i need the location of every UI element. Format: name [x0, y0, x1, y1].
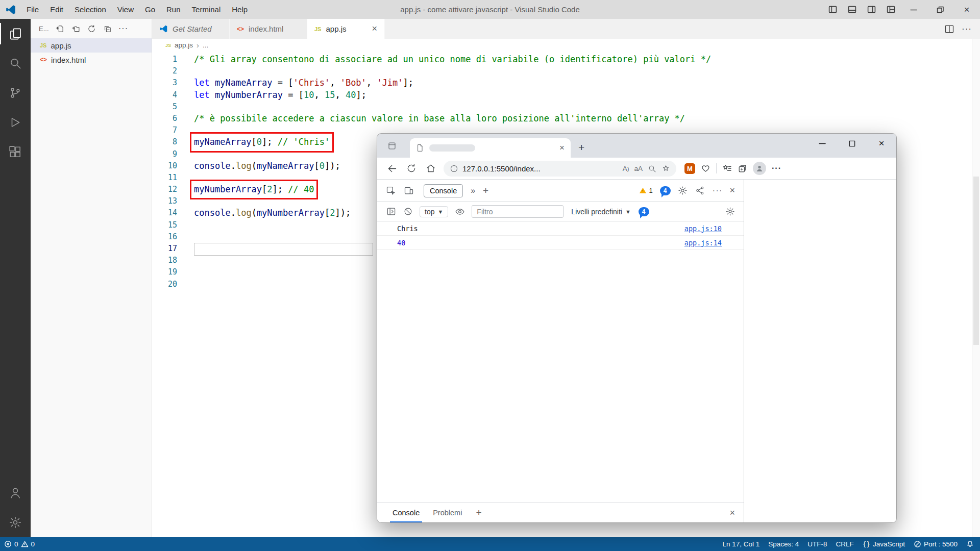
statusbar-language-mode[interactable]: {}JavaScript [863, 540, 905, 548]
tab-close-icon[interactable]: × [559, 143, 565, 153]
code-line-6[interactable]: 6/* è possibile accedere a ciascun valor… [152, 113, 972, 124]
statusbar-live-server-port[interactable]: Port : 5500 [914, 540, 958, 548]
console-sidebar-toggle-icon[interactable] [386, 207, 396, 217]
zoom-icon[interactable] [648, 164, 656, 173]
add-favorite-star-icon[interactable] [662, 164, 670, 173]
home-icon[interactable] [422, 160, 439, 177]
menu-terminal[interactable]: Terminal [186, 0, 227, 19]
drawer-close-icon[interactable]: × [729, 508, 735, 518]
browser-more-icon[interactable]: ··· [772, 164, 781, 173]
devtools-more-icon[interactable]: ··· [713, 186, 723, 196]
activitybar-extensions[interactable] [0, 137, 31, 167]
console-settings-gear-icon[interactable] [725, 207, 735, 217]
code-line-2[interactable]: 2 [152, 65, 972, 77]
statusbar-indentation[interactable]: Spaces: 4 [768, 540, 799, 548]
more-tabs-icon[interactable]: » [471, 186, 475, 195]
collapse-folders-icon[interactable] [103, 23, 113, 34]
favorites-icon[interactable] [722, 164, 732, 173]
statusbar-eol[interactable]: CRLF [836, 540, 854, 548]
breadcrumb-more[interactable]: ... [203, 41, 208, 49]
notifications-bell[interactable] [966, 540, 974, 548]
log-levels-dropdown[interactable]: Livelli predefiniti▼ [570, 207, 632, 217]
split-editor-icon[interactable] [944, 24, 954, 34]
explorer-file-app-js[interactable]: JSapp.js [31, 38, 152, 53]
new-file-icon[interactable] [55, 23, 65, 34]
code-line-3[interactable]: 3let myNameArray = ['Chris', 'Bob', 'Jim… [152, 77, 972, 89]
drawer-tab-problemi[interactable]: Problemi [426, 503, 469, 522]
issues-warning-badge[interactable]: 1 [639, 187, 653, 194]
page-viewport[interactable] [745, 180, 896, 522]
drawer-tab-console[interactable]: Console [386, 503, 426, 522]
console-filter-input[interactable] [472, 205, 564, 218]
activitybar-run-debug[interactable] [0, 108, 31, 137]
more-actions-icon[interactable]: ··· [118, 23, 129, 34]
live-expression-eye-icon[interactable] [455, 207, 465, 217]
new-tab-button[interactable]: + [578, 141, 584, 154]
toggle-panel-bottom-icon[interactable] [842, 0, 862, 19]
editor-more-actions-icon[interactable]: ··· [962, 24, 972, 34]
tab-close-icon[interactable]: × [366, 23, 377, 34]
messages-badge[interactable]: 4 [660, 186, 671, 195]
tab-app-js[interactable]: JSapp.js× [307, 19, 385, 39]
customize-layout-icon[interactable] [881, 0, 900, 19]
extension-m-icon[interactable]: M [684, 163, 695, 174]
tab-get-started[interactable]: Get Started [152, 19, 230, 39]
inspect-element-icon[interactable] [386, 186, 396, 196]
browser-close-button[interactable]: × [867, 134, 896, 153]
activitybar-account[interactable] [0, 478, 31, 508]
refresh-icon[interactable] [403, 160, 420, 177]
menu-help[interactable]: Help [226, 0, 253, 19]
browser-minimize-button[interactable] [807, 134, 837, 153]
refresh-icon[interactable] [87, 23, 97, 34]
toggle-panel-left-icon[interactable] [823, 0, 842, 19]
code-line-4[interactable]: 4let myNumberArray = [10, 15, 40]; [152, 89, 972, 101]
console-output[interactable]: Chrisapp.js:1040app.js:14 [377, 221, 744, 503]
menu-selection[interactable]: Selection [69, 0, 112, 19]
devtools-close-icon[interactable]: × [729, 185, 735, 196]
restore-button[interactable] [927, 0, 953, 19]
javascript-context-dropdown[interactable]: top▼ [420, 206, 448, 217]
browser-tab[interactable]: × [410, 138, 571, 158]
breadcrumb[interactable]: JS app.js › ... [152, 39, 980, 52]
statusbar-encoding[interactable]: UTF-8 [807, 540, 827, 548]
minimize-button[interactable] [900, 0, 927, 19]
menu-go[interactable]: Go [139, 0, 161, 19]
devtools-share-icon[interactable] [695, 186, 705, 196]
tab-index-html[interactable]: <>index.html [230, 19, 307, 39]
new-folder-icon[interactable] [71, 23, 81, 34]
menu-edit[interactable]: Edit [44, 0, 69, 19]
explorer-file-index-html[interactable]: <>index.html [31, 53, 152, 67]
site-info-icon[interactable] [450, 164, 458, 173]
clear-console-icon[interactable] [403, 207, 413, 217]
back-icon[interactable] [383, 160, 401, 177]
activitybar-search[interactable] [0, 48, 31, 78]
activitybar-settings[interactable] [0, 508, 31, 537]
browser-essentials-icon[interactable] [701, 164, 710, 173]
console-source-link[interactable]: app.js:14 [684, 239, 722, 247]
url-text[interactable]: 127.0.0.1:5500/index... [462, 164, 541, 173]
code-line-5[interactable]: 5 [152, 101, 972, 113]
close-button[interactable]: × [953, 0, 980, 19]
messages-badge[interactable]: 4 [639, 207, 649, 216]
console-source-link[interactable]: app.js:10 [684, 224, 722, 233]
activitybar-explorer[interactable] [0, 19, 31, 48]
drawer-add-tab-icon[interactable]: + [476, 507, 481, 518]
code-line-1[interactable]: 1/* Gli array consentono di associare ad… [152, 54, 972, 65]
read-aloud-icon[interactable]: A) [623, 165, 629, 172]
translate-icon[interactable]: aA [634, 165, 643, 172]
problems-indicator[interactable]: 0 0 [4, 540, 35, 548]
toggle-panel-right-icon[interactable] [862, 0, 881, 19]
device-toolbar-icon[interactable] [404, 186, 414, 196]
devtools-tab-console[interactable]: Console [424, 184, 463, 197]
add-tool-icon[interactable]: + [483, 185, 488, 196]
tab-actions-icon[interactable] [387, 141, 397, 151]
menu-run[interactable]: Run [161, 0, 186, 19]
menu-view[interactable]: View [112, 0, 139, 19]
collections-icon[interactable] [738, 164, 747, 173]
menu-file[interactable]: File [21, 0, 44, 19]
breadcrumb-file[interactable]: app.js [175, 41, 193, 49]
scrollbar-thumb[interactable] [973, 177, 979, 345]
statusbar-cursor-position[interactable]: Ln 17, Col 1 [722, 540, 760, 548]
profile-avatar[interactable] [753, 162, 766, 175]
activitybar-source-control[interactable] [0, 78, 31, 108]
